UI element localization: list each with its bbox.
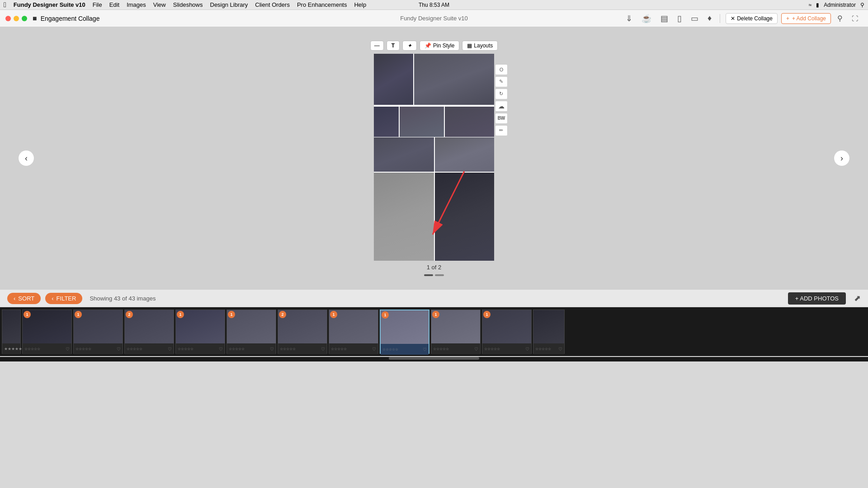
add-collage-button[interactable]: + + Add Collage — [781, 13, 831, 24]
zoom-icon[interactable]: ⚲ — [835, 13, 845, 23]
collage-cell-2-2[interactable] — [399, 107, 444, 137]
menu-edit[interactable]: Edit — [109, 1, 119, 8]
menu-pro-enhancements[interactable]: Pro Enhancements — [297, 1, 347, 8]
star-rating-1[interactable]: ☆☆☆☆☆ — [24, 347, 40, 351]
collage-cell-1-1[interactable] — [374, 54, 413, 105]
heart-4[interactable]: ♡ — [219, 347, 223, 352]
star-rating-0[interactable]: ★★★★★ — [4, 347, 22, 351]
heart-7[interactable]: ♡ — [372, 347, 376, 352]
strip-badge-6: 2 — [279, 311, 286, 318]
apple-logo[interactable]:  — [4, 1, 6, 9]
chat-icon[interactable]: ☕ — [639, 13, 654, 24]
star-rating-10[interactable]: ☆☆☆☆☆ — [484, 347, 500, 351]
strip-item-10[interactable]: 1 ☆☆☆☆☆ ♡ — [482, 310, 532, 354]
app-title: Fundy Designer Suite v10 — [400, 15, 468, 22]
star-rating-5[interactable]: ☆☆☆☆☆ — [229, 347, 245, 351]
next-page-button[interactable]: › — [834, 150, 850, 166]
collage-cell-1-2[interactable] — [413, 54, 494, 105]
cloud-tool[interactable]: ☁ — [495, 101, 508, 112]
menu-images[interactable]: Images — [127, 1, 146, 8]
heart-1[interactable]: ♡ — [66, 347, 70, 352]
photo-4-1 — [374, 173, 434, 261]
close-button[interactable] — [5, 16, 11, 21]
star-rating-2[interactable]: ☆☆☆☆☆ — [75, 347, 91, 351]
layouts-button[interactable]: ▦ Layouts — [462, 41, 498, 51]
strip-item-5[interactable]: 1 ☆☆☆☆☆ ♡ — [226, 310, 276, 354]
filter-button[interactable]: ‹ FILTER — [45, 293, 82, 304]
strip-item-2[interactable]: 1 ☆☆☆☆☆ ♡ — [73, 310, 123, 354]
dot-1[interactable] — [424, 274, 433, 276]
dot-2[interactable] — [435, 274, 444, 276]
star-rating-4[interactable]: ☆☆☆☆☆ — [178, 347, 193, 351]
collage-cell-4-1[interactable] — [374, 173, 434, 261]
menu-slideshows[interactable]: Slideshows — [173, 1, 203, 8]
menubar-right: ≈ ▮ Administrator ⚲ — [809, 2, 864, 8]
text-align-tool[interactable]: — — [370, 41, 384, 51]
collage-cell-3-1[interactable] — [374, 137, 434, 173]
collage-cell-2-3[interactable] — [444, 107, 494, 137]
import-icon[interactable]: ⇓ — [623, 13, 635, 24]
pin-tool-button[interactable]: ✦ — [402, 41, 417, 51]
maximize-button[interactable] — [22, 16, 27, 21]
header-actions: ⇓ ☕ ▤ ▯ ▭ ♦ ✕ Delete Collage + + Add Col… — [623, 13, 861, 24]
pin-style-button[interactable]: 📌 Pin Style — [420, 41, 459, 51]
menu-help[interactable]: Help — [354, 1, 366, 8]
export-icon[interactable]: ⬈ — [854, 293, 861, 303]
filter-bar: ‹ SORT ‹ FILTER Showing 43 of 43 images … — [0, 289, 868, 307]
display-icon[interactable]: ▭ — [688, 13, 701, 24]
rotate-tool[interactable]: ↻ — [495, 89, 508, 99]
star-rating-7[interactable]: ☆☆☆☆☆ — [331, 347, 347, 351]
collage-cell-3-2[interactable] — [434, 137, 494, 173]
heart-11[interactable]: ♡ — [558, 347, 562, 352]
heart-10[interactable]: ♡ — [525, 347, 529, 352]
scrollbar[interactable] — [389, 357, 479, 360]
menu-view[interactable]: View — [153, 1, 166, 8]
strip-item-partial[interactable]: ★★★★★ — [2, 310, 21, 354]
sort-button[interactable]: ‹ SORT — [7, 293, 41, 304]
strip-item-3[interactable]: 2 ☆☆☆☆☆ ♡ — [124, 310, 174, 354]
menu-design-library[interactable]: Design Library — [210, 1, 248, 8]
heart-5[interactable]: ♡ — [270, 347, 274, 352]
star-rating-8[interactable]: ☆☆☆☆☆ — [382, 347, 398, 352]
star-rating-6[interactable]: ☆☆☆☆☆ — [280, 347, 296, 351]
share-icon[interactable]: ▤ — [658, 13, 671, 24]
menu-client-orders[interactable]: Client Orders — [255, 1, 290, 8]
collage-cell-4-2[interactable]: 8 — [434, 173, 494, 261]
heart-9[interactable]: ♡ — [474, 347, 478, 352]
x-icon: ✕ — [731, 15, 735, 22]
heart-2[interactable]: ♡ — [117, 347, 121, 352]
strip-item-4[interactable]: 1 ☆☆☆☆☆ ♡ — [175, 310, 225, 354]
main-canvas: ‹ — T ✦ 📌 Pin Style ▦ Layouts — [0, 27, 868, 289]
heart-3[interactable]: ♡ — [168, 347, 172, 352]
strip-item-9[interactable]: 1 ☆☆☆☆☆ ♡ — [431, 310, 481, 354]
star-rating-9[interactable]: ☆☆☆☆☆ — [433, 347, 449, 351]
bw-tool[interactable]: BW — [495, 113, 508, 124]
delete-collage-button[interactable]: ✕ Delete Collage — [726, 13, 778, 24]
search-menubar-icon[interactable]: ⚲ — [860, 2, 864, 8]
strip-item-8[interactable]: 1 ☆☆☆☆☆ ♡ — [380, 310, 429, 354]
add-photos-button[interactable]: + ADD PHOTOS — [788, 292, 846, 305]
strip-item-7[interactable]: 1 ☆☆☆☆☆ ♡ — [329, 310, 378, 354]
star-rating-11[interactable]: ☆☆☆☆☆ — [535, 347, 551, 351]
star-rating-3[interactable]: ☆☆☆☆☆ — [127, 347, 142, 351]
prev-page-button[interactable]: ‹ — [18, 150, 34, 166]
minimize-button[interactable] — [14, 16, 19, 21]
heart-8[interactable]: ♡ — [423, 347, 427, 352]
text-tool-button[interactable]: T — [387, 41, 400, 51]
strip-item-11[interactable]: ☆☆☆☆☆ ♡ — [533, 310, 565, 354]
strip-footer-11: ☆☆☆☆☆ ♡ — [533, 343, 564, 354]
collage-cell-2-1[interactable] — [374, 107, 399, 137]
pen-tool[interactable]: ✏ — [495, 125, 508, 136]
stamp-icon[interactable]: ♦ — [705, 13, 714, 24]
collage-grid[interactable]: 8 — [373, 53, 495, 260]
o-tool[interactable]: O — [495, 64, 508, 75]
title-bar: ■ Engagement Collage Fundy Designer Suit… — [0, 10, 868, 27]
heart-6[interactable]: ♡ — [321, 347, 325, 352]
menu-file[interactable]: File — [93, 1, 102, 8]
strip-photo-0 — [2, 310, 20, 343]
fullscreen-icon[interactable]: ⛶ — [849, 14, 861, 23]
strip-item-6[interactable]: 2 ☆☆☆☆☆ ♡ — [278, 310, 327, 354]
strip-item-1[interactable]: 1 ☆☆☆☆☆ ♡ — [22, 310, 72, 354]
copy-icon[interactable]: ▯ — [675, 13, 684, 24]
edit-tool[interactable]: ✎ — [495, 76, 508, 87]
